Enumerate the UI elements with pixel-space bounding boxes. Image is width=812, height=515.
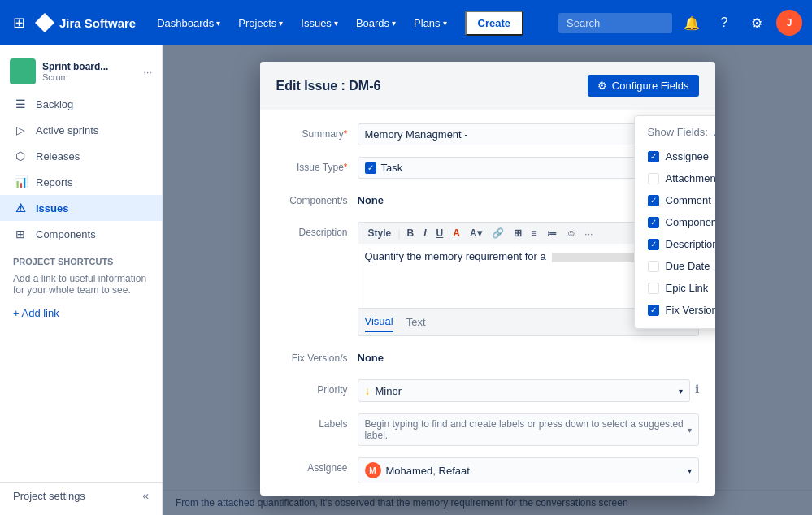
sidebar-shortcuts-label: PROJECT SHORTCUTS	[0, 247, 162, 270]
assignee-avatar: M	[365, 462, 381, 478]
nav-logo[interactable]: Jira Software	[35, 13, 136, 32]
all-fields-link[interactable]: All	[714, 126, 715, 138]
chevron-down-icon: ▾	[392, 19, 396, 28]
text-tab[interactable]: Text	[406, 313, 426, 331]
fix-version-row: Fix Version/s None	[276, 348, 699, 368]
config-field-component[interactable]: Component/s	[648, 214, 715, 231]
sidebar-project-avatar	[10, 58, 36, 84]
priority-info-icon[interactable]: ℹ	[695, 383, 699, 396]
attachment-checkbox[interactable]	[648, 173, 659, 184]
config-dropdown-header: Show Fields: All Custom	[648, 126, 715, 138]
search-input[interactable]	[558, 13, 672, 33]
sidebar-item-active-sprints[interactable]: ▷ Active sprints	[0, 117, 162, 143]
sidebar-item-issues[interactable]: ⚠ Issues	[0, 195, 162, 221]
grid-icon[interactable]: ⊞	[10, 11, 28, 35]
comment-label: Comment	[666, 194, 711, 206]
assignee-field-label: Assignee	[276, 457, 358, 474]
create-button[interactable]: Create	[465, 11, 523, 36]
visual-tab[interactable]: Visual	[365, 312, 393, 332]
epic-link-checkbox[interactable]	[648, 283, 659, 294]
config-field-description[interactable]: Description	[648, 236, 715, 253]
underline-button[interactable]: U	[433, 226, 447, 240]
component-checkbox[interactable]	[648, 217, 659, 228]
labels-field-label: Labels	[276, 413, 358, 430]
assignee-checkbox[interactable]	[648, 151, 659, 162]
sidebar-item-releases[interactable]: ⬡ Releases	[0, 143, 162, 169]
bold-button[interactable]: B	[404, 226, 418, 240]
labels-input[interactable]: Begin typing to find and create labels o…	[358, 413, 699, 446]
description-checkbox[interactable]	[648, 239, 659, 250]
config-field-attachment[interactable]: Attachment	[648, 170, 715, 187]
config-field-fix-version[interactable]: Fix Version/s	[648, 301, 715, 318]
chevron-down-icon: ▾	[443, 19, 447, 28]
sidebar-collapse-icon[interactable]: «	[142, 489, 149, 502]
reports-icon: 📊	[13, 175, 28, 188]
sprint-field-label: Sprint	[276, 495, 358, 496]
priority-field-label: Priority	[276, 379, 358, 396]
sidebar-project-name: Sprint board...	[42, 61, 108, 72]
ordered-list-button[interactable]: ≔	[544, 226, 560, 240]
assignee-row: Assignee M Mohamed, Refaat ▾	[276, 457, 699, 483]
sprint-icon: ▷	[13, 123, 28, 136]
style-dropdown[interactable]: Style	[365, 226, 395, 240]
sidebar-shortcuts-desc: Add a link to useful information for you…	[0, 270, 162, 302]
settings-icon[interactable]: ⚙	[744, 10, 770, 36]
project-settings-link[interactable]: Project settings	[13, 490, 85, 502]
fix-version-field-label: Fix Version/s	[276, 348, 358, 364]
avatar[interactable]: J	[776, 10, 802, 36]
configure-fields-button[interactable]: ⚙ Configure Fields	[588, 75, 699, 97]
bullet-list-button[interactable]: ≡	[528, 226, 541, 240]
comment-checkbox[interactable]	[648, 195, 659, 206]
nav-issues[interactable]: Issues ▾	[293, 12, 346, 34]
config-field-due-date[interactable]: Due Date	[648, 258, 715, 275]
component-label: Component/s	[666, 216, 715, 228]
italic-button[interactable]: I	[420, 226, 429, 240]
priority-row: Priority ↓ Minor ▾ ℹ	[276, 379, 699, 402]
config-field-assignee[interactable]: Assignee	[648, 148, 715, 165]
show-fields-label: Show Fields:	[648, 126, 708, 138]
table-button[interactable]: ⊞	[510, 226, 525, 240]
chevron-down-icon: ▾	[688, 466, 692, 475]
fix-version-checkbox[interactable]	[648, 305, 659, 316]
attachment-label: Attachment	[666, 172, 715, 184]
sprint-select[interactable]: Sprint 1 - Production ▾	[358, 495, 699, 496]
due-date-checkbox[interactable]	[648, 261, 659, 272]
nav-logo-text: Jira Software	[59, 16, 136, 30]
labels-row: Labels Begin typing to find and create l…	[276, 413, 699, 446]
sidebar-item-components[interactable]: ⊞ Components	[0, 221, 162, 247]
nav-boards[interactable]: Boards ▾	[348, 12, 404, 34]
nav-projects[interactable]: Projects ▾	[230, 12, 291, 34]
sidebar-item-backlog[interactable]: ☰ Backlog	[0, 91, 162, 117]
config-field-epic-link[interactable]: Epic Link	[648, 279, 715, 296]
assignee-select[interactable]: M Mohamed, Refaat ▾	[358, 457, 699, 483]
releases-icon: ⬡	[13, 149, 28, 162]
due-date-label: Due Date	[666, 260, 710, 272]
fix-version-label: Fix Version/s	[666, 304, 715, 316]
labels-placeholder: Begin typing to find and create labels o…	[365, 418, 688, 441]
backlog-icon: ☰	[13, 97, 28, 110]
jira-logo-icon	[35, 13, 54, 32]
font-color-button[interactable]: A	[449, 226, 463, 240]
config-fields-grid: Assignee Issue Type Attachment	[648, 148, 715, 318]
help-icon[interactable]: ?	[711, 10, 737, 36]
sidebar-add-link[interactable]: + Add link	[0, 302, 162, 324]
modal-box: Edit Issue : DM-6 ⚙ Configure Fields Sho…	[260, 62, 715, 496]
edit-issue-modal: Edit Issue : DM-6 ⚙ Configure Fields Sho…	[163, 45, 812, 515]
sidebar-header: Sprint board... Scrum ···	[0, 52, 162, 91]
sidebar-item-reports[interactable]: 📊 Reports	[0, 169, 162, 195]
nav-dashboards[interactable]: Dashboards ▾	[149, 12, 228, 34]
priority-select[interactable]: ↓ Minor ▾	[358, 379, 690, 402]
config-field-comment[interactable]: Comment	[648, 192, 715, 209]
epic-link-label: Epic Link	[666, 282, 709, 294]
issues-icon: ⚠	[13, 201, 28, 214]
top-nav: ⊞ Jira Software Dashboards ▾ Projects ▾ …	[0, 0, 812, 45]
assignee-label: Assignee	[666, 150, 709, 162]
notifications-icon[interactable]: 🔔	[679, 10, 705, 36]
sidebar-expand-icon[interactable]: ···	[143, 66, 152, 78]
chevron-down-icon: ▾	[279, 19, 283, 28]
link-button[interactable]: 🔗	[489, 226, 507, 240]
font-highlight-button[interactable]: A▾	[467, 226, 485, 240]
emoji-button[interactable]: ☺	[563, 226, 580, 240]
description-label: Description	[666, 238, 715, 250]
nav-plans[interactable]: Plans ▾	[406, 12, 455, 34]
